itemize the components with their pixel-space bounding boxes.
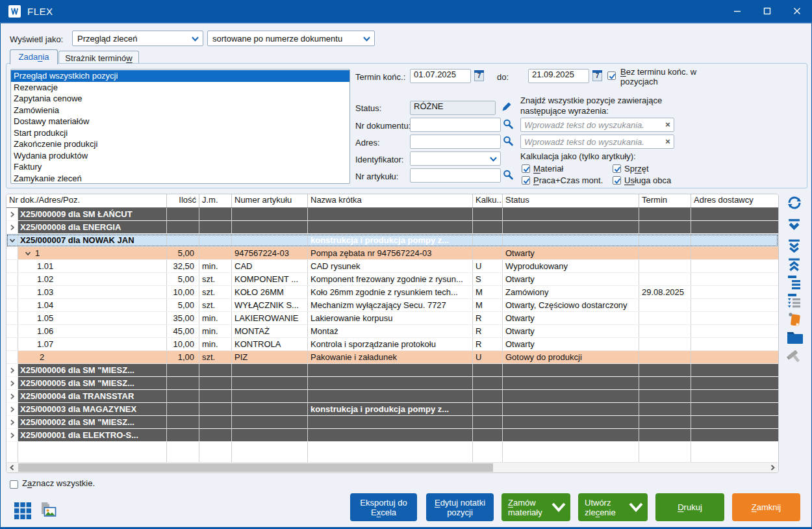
close-button[interactable] [782,0,812,22]
list-item[interactable]: Wydania produktów [11,150,349,162]
expand-one-level-icon[interactable] [787,218,804,235]
images-icon[interactable] [38,502,57,523]
row-indicator[interactable] [6,338,18,350]
close-window-button[interactable]: Zamknij [732,493,800,521]
table-row[interactable]: 1.025,00szt.KOMPONENT ...Komponent frezo… [6,273,778,286]
tab-straznik-terminow[interactable]: Strażnik terminów [58,51,139,63]
row-expand-icon[interactable] [9,380,16,387]
select-all-checkbox[interactable] [10,478,18,490]
list-item[interactable]: Przegląd wszystkich pozycji [11,70,349,82]
row-indicator[interactable] [6,403,18,415]
row-expand-icon[interactable] [9,224,16,231]
expand-all-icon[interactable] [787,239,804,255]
horizontal-scrollbar[interactable] [6,462,778,472]
cell-status: Zamówiony [503,286,639,298]
table-row[interactable]: 1.0710,00min.KONTROLAKontrola i sporządz… [6,338,778,351]
row-indicator[interactable] [6,416,18,428]
cell-status: Otwarty [503,312,639,324]
row-indicator[interactable] [6,273,18,285]
row-expand-icon[interactable] [9,419,16,426]
list-item[interactable]: Zamówienia [11,105,349,116]
row-collapse-icon[interactable] [25,250,31,257]
row-indicator[interactable] [6,234,18,246]
row-indicator[interactable] [6,260,18,272]
row-indicator[interactable] [6,312,18,324]
table-row[interactable]: X25/000003 dla MAGAZYNEXkonstrukcja i pr… [6,403,778,416]
row-indicator[interactable] [6,390,18,402]
table-row[interactable]: X25/000001 dla ELEKTRO-S... [6,429,778,442]
table-row[interactable]: X25/000002 dla SM "MIESZ... [6,416,778,429]
row-collapse-icon[interactable] [9,237,16,244]
list-item[interactable]: Zakończenie produkcji [11,138,349,150]
column-header[interactable]: Termin [639,194,691,207]
column-header[interactable]: J.m. [199,194,232,207]
column-header[interactable]: Status [503,194,639,207]
column-header[interactable]: Adres dostawcy [691,194,778,207]
list-item[interactable]: Start produkcji [11,127,349,139]
row-indicator[interactable] [6,221,18,233]
list-item[interactable]: Zapytania cenowe [11,93,349,105]
column-header[interactable]: Kalku... [473,194,503,207]
minimize-button[interactable] [722,0,752,22]
export-excel-button[interactable]: Eksportuj do Excela [350,493,417,521]
table-row[interactable]: 1.0132,50min.CADCAD rysunekUWyprodukowan… [6,260,778,273]
tools-icon[interactable] [787,348,804,365]
collapse-all-icon[interactable] [787,257,804,274]
cell-jm: min. [199,338,232,350]
row-indicator[interactable] [6,364,18,376]
row-indicator[interactable] [6,377,18,389]
note-icon[interactable] [787,311,804,328]
view-select[interactable]: Przegląd zleceń [72,31,203,46]
table-row[interactable]: 1.0535,00min.LAKIEROWANIELakierowanie ko… [6,312,778,325]
row-expand-icon[interactable] [9,367,16,374]
scroll-right-icon[interactable] [767,463,778,472]
list-item[interactable]: Dostawy materiałów [11,116,349,127]
edit-notes-button[interactable]: Edytuj notatki pozycji [426,493,494,521]
table-row[interactable]: X25/000009 dla SM ŁAŃCUT [6,208,778,221]
row-expand-icon[interactable] [9,432,16,439]
column-header[interactable]: Numer artykułu [232,194,308,207]
table-row[interactable]: 1.045,00szt.WYŁĄCZNIK S...Mechanizm wyłą… [6,299,778,312]
row-expand-icon[interactable] [9,406,16,413]
table-row[interactable]: 21,00szt.PIZPakowanie i załadunekUGotowy… [6,351,778,364]
column-header[interactable]: Nr dok./Adres/Poz. [6,194,167,207]
row-expand-icon[interactable] [9,393,16,400]
order-materials-button[interactable]: Zamów materiały [501,493,570,521]
sort-select[interactable]: sortowane po numerze dokumentu [207,31,375,46]
row-indicator[interactable] [6,286,18,298]
list-item[interactable]: Rezerwacje [11,82,349,94]
grid-view-icon[interactable] [14,502,32,523]
table-row[interactable]: X25/000004 dla TRANSSTAR [6,390,778,403]
column-header[interactable]: Ilość [167,194,199,207]
row-expand-icon[interactable] [9,211,16,218]
row-indicator[interactable] [6,325,18,337]
table-row[interactable]: X25/000005 dla SM "MIESZ... [6,377,778,390]
scrollbar-thumb[interactable] [18,463,493,472]
table-row[interactable]: 15,00947567224-03Pompa zębata nr 9475672… [6,247,778,260]
row-indicator[interactable] [6,208,18,220]
tab-zadania[interactable]: Zadania [10,49,58,64]
row-indicator[interactable] [6,299,18,311]
row-indicator[interactable] [6,429,18,441]
scroll-left-icon[interactable] [6,463,18,472]
cell-poz: X25/000003 dla MAGAZYNEX [18,403,167,415]
table-row[interactable]: X25/000007 dla NOWAK JANkonstrukcja i pr… [6,234,778,247]
cell-nazwa [308,429,473,441]
maximize-button[interactable] [752,0,782,22]
refresh-icon[interactable] [787,195,804,212]
row-indicator[interactable] [6,351,18,363]
cell-ilosc: 5,00 [167,247,199,259]
create-order-button[interactable]: Utwórz zlecenie [578,493,648,521]
collapse-structure-icon[interactable] [787,292,804,309]
print-button[interactable]: Drukuj [655,493,724,521]
table-row[interactable]: 1.0310,00szt.KOŁO 26MMKoło 26mm zgodnie … [6,286,778,299]
column-header[interactable]: Nazwa krótka [308,194,473,207]
folder-icon[interactable] [787,330,804,347]
table-row[interactable]: 1.0645,00min.MONTAŻMontażROtwarty [6,325,778,338]
structure-list-icon[interactable] [787,274,804,291]
table-row[interactable]: X25/000006 dla SM "MIESZ... [6,364,778,377]
list-item[interactable]: Faktury [11,161,349,173]
list-item[interactable]: Zamykanie zleceń [11,173,349,185]
table-row[interactable]: X25/000008 dla ENERGIA [6,221,778,234]
row-indicator[interactable] [6,247,18,259]
